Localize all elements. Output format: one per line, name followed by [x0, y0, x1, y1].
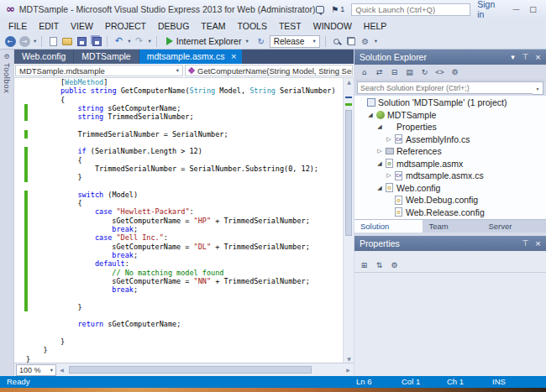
- open-file-icon[interactable]: [61, 34, 73, 48]
- minimize-button[interactable]: —: [508, 1, 525, 18]
- document-tab[interactable]: MDTSample: [74, 50, 138, 64]
- code-editor[interactable]: [WebMethod] public string GetComputerNam…: [14, 78, 354, 363]
- code-line[interactable]: [26, 121, 343, 129]
- view-code-icon[interactable]: <>: [433, 66, 446, 79]
- tree-item-properties[interactable]: ◢Properties: [354, 121, 546, 133]
- member-dropdown[interactable]: GetComputerName(String Model, String Ser…: [185, 65, 353, 76]
- close-button[interactable]: ×: [542, 1, 546, 18]
- scroll-right-icon[interactable]: ▶: [343, 367, 354, 373]
- properties-icon[interactable]: ⚙: [449, 66, 461, 79]
- search-options-icon[interactable]: ▾: [533, 81, 543, 95]
- tree-item-assemblyinfo-cs[interactable]: ▷AssemblyInfo.cs: [354, 133, 546, 146]
- sign-in-link[interactable]: Sign in: [477, 0, 501, 19]
- code-line[interactable]: switch (Model): [26, 191, 343, 199]
- code-line[interactable]: }: [26, 303, 343, 311]
- panel-tab-server-explorer[interactable]: Server Explorer: [483, 220, 546, 233]
- new-file-icon[interactable]: [47, 34, 59, 48]
- code-line[interactable]: string TrimmedSerialNumber;: [26, 112, 343, 121]
- menu-edit[interactable]: EDIT: [33, 18, 65, 34]
- zoom-combo[interactable]: 100 % ▾: [16, 364, 56, 376]
- navigate-dropdown-icon[interactable]: ▾: [34, 38, 36, 44]
- tree-item-solution-mdtsample-1-project-[interactable]: Solution 'MDTSample' (1 project): [354, 97, 546, 109]
- panel-tab-team-explorer[interactable]: Team Explorer: [423, 220, 482, 233]
- menu-help[interactable]: HELP: [358, 18, 392, 34]
- code-line[interactable]: sGetComputerName = "NN" + TrimmedSerialN…: [26, 277, 343, 285]
- tree-expander-icon[interactable]: ▷: [385, 172, 393, 179]
- tree-expander-icon[interactable]: ◢: [366, 112, 375, 118]
- document-tab[interactable]: Web.config: [14, 50, 73, 64]
- tree-item-mdtsample-asmx[interactable]: ◢mdtsample.asmx: [354, 158, 546, 170]
- code-line[interactable]: [26, 329, 343, 337]
- tree-item-web-debug-config[interactable]: Web.Debug.config: [354, 194, 546, 206]
- menu-test[interactable]: TEST: [273, 18, 307, 34]
- browser-dropdown-icon[interactable]: ▾: [245, 38, 248, 44]
- navigate-backward-icon[interactable]: ←: [4, 34, 16, 48]
- collapse-all-icon[interactable]: ⊟: [388, 66, 401, 79]
- document-tab[interactable]: mdtsample.asmx.cs×: [139, 50, 242, 64]
- feedback-icon[interactable]: [316, 6, 325, 13]
- scroll-down-icon[interactable]: ▼: [344, 356, 354, 362]
- solution-explorer-toolbar-icon[interactable]: [345, 34, 357, 48]
- code-line[interactable]: [WebMethod]: [26, 78, 343, 86]
- tree-expander-icon[interactable]: ◢: [375, 160, 384, 167]
- code-line[interactable]: public string GetComputerName(String Mod…: [26, 86, 343, 95]
- code-line[interactable]: {: [26, 156, 343, 165]
- switch-views-icon[interactable]: ⇄: [373, 66, 386, 79]
- menu-tools[interactable]: TOOLS: [231, 18, 272, 34]
- code-line[interactable]: }: [26, 173, 343, 181]
- save-all-icon[interactable]: [90, 34, 102, 48]
- code-line[interactable]: default:: [26, 259, 343, 268]
- code-line[interactable]: }: [26, 355, 343, 363]
- tree-item-mdtsample-asmx-cs[interactable]: ▷mdtsample.asmx.cs: [354, 170, 546, 182]
- refresh-icon[interactable]: ↻: [255, 34, 267, 48]
- panel-tab-solution-explorer[interactable]: Solution Explorer: [354, 220, 423, 233]
- tree-expander-icon[interactable]: ▷: [385, 136, 393, 143]
- code-line[interactable]: return sGetComputerName;: [26, 320, 343, 328]
- code-line[interactable]: {: [26, 96, 343, 104]
- tree-expander-icon[interactable]: ▷: [375, 148, 384, 154]
- code-line[interactable]: {: [26, 199, 343, 207]
- tree-expander-icon[interactable]: ◢: [375, 185, 384, 191]
- code-line[interactable]: }: [26, 337, 343, 346]
- show-all-files-icon[interactable]: ▤: [403, 66, 416, 79]
- code-line[interactable]: sGetComputerName = "DL" + TrimmedSerialN…: [26, 243, 343, 251]
- menu-view[interactable]: VIEW: [65, 18, 99, 34]
- pin-icon[interactable]: ⊤: [519, 53, 532, 61]
- code-line[interactable]: case "Hewlett-Packard":: [26, 207, 343, 216]
- tree-item-references[interactable]: ▷References: [354, 145, 546, 158]
- code-line[interactable]: string sGetComputerName;: [26, 104, 343, 112]
- scroll-left-icon[interactable]: ◀: [56, 367, 67, 373]
- code-line[interactable]: case "Dell Inc.":: [26, 233, 343, 242]
- scroll-up-icon[interactable]: ▲: [344, 79, 354, 85]
- undo-dropdown-icon[interactable]: ▾: [128, 38, 130, 44]
- start-debugging-button[interactable]: Internet Explorer ▾: [162, 34, 253, 49]
- notifications-flag[interactable]: ⚑ 1: [331, 5, 344, 14]
- tree-item-web-release-config[interactable]: Web.Release.config: [354, 206, 546, 219]
- find-icon[interactable]: [331, 34, 343, 48]
- type-dropdown[interactable]: MDTSample.mdtsample ▾: [15, 65, 183, 76]
- code-line[interactable]: }: [26, 346, 343, 354]
- editor-vertical-scrollbar[interactable]: ▲ ▼: [343, 78, 354, 363]
- solution-search-input[interactable]: [357, 81, 533, 94]
- code-line[interactable]: TrimmedSerialNumber = SerialNumber;: [26, 130, 343, 139]
- refresh-icon[interactable]: ↻: [418, 66, 431, 79]
- code-line[interactable]: [26, 182, 343, 191]
- window-position-icon[interactable]: ▾: [507, 53, 519, 61]
- scrollbar-thumb[interactable]: [69, 366, 312, 374]
- save-icon[interactable]: [76, 34, 87, 48]
- navigate-forward-icon[interactable]: →: [18, 34, 30, 48]
- toolbar-overflow-icon[interactable]: ▾: [375, 38, 377, 44]
- code-line[interactable]: // No matching model found: [26, 269, 343, 277]
- code-line[interactable]: if (SerialNumber.Length > 12): [26, 147, 343, 155]
- close-icon[interactable]: ×: [532, 239, 544, 248]
- code-line[interactable]: break;: [26, 251, 343, 259]
- properties-window-icon[interactable]: ⚙: [360, 34, 371, 48]
- property-pages-icon[interactable]: ⚙: [388, 259, 401, 271]
- code-line[interactable]: break;: [26, 225, 343, 233]
- pin-icon[interactable]: ⊤: [519, 239, 532, 248]
- maximize-button[interactable]: □: [525, 1, 542, 18]
- undo-icon[interactable]: ↶: [113, 34, 124, 48]
- menu-debug[interactable]: DEBUG: [152, 18, 195, 34]
- quick-launch-input[interactable]: [351, 3, 470, 16]
- code-line[interactable]: break;: [26, 285, 343, 294]
